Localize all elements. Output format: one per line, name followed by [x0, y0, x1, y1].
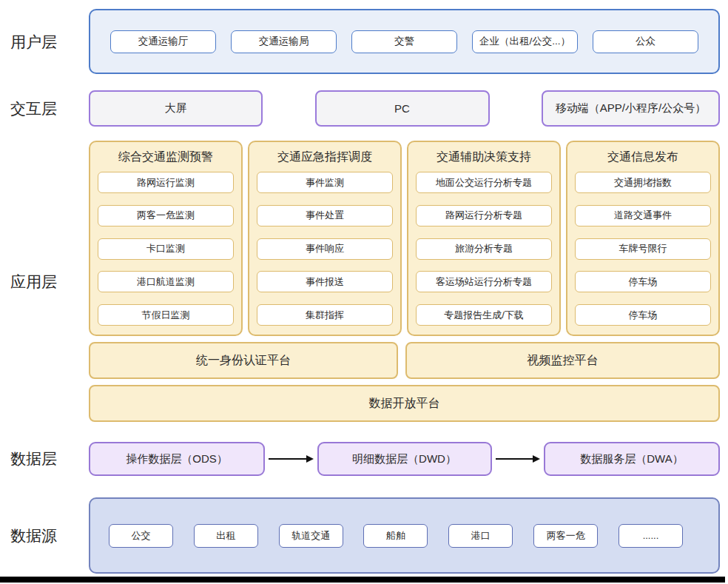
- app-item: 事件监测: [257, 172, 393, 193]
- column-items: 地面公交运行分析专题 路网运行分析专题 旅游分析专题 客运场站运行分析专题 专题…: [416, 172, 552, 326]
- source-box-port: 港口: [448, 524, 513, 548]
- layer-label-source: 数据源: [10, 526, 84, 545]
- user-box-public: 公众: [593, 30, 698, 53]
- source-box-bus: 公交: [109, 524, 173, 548]
- data-box-dwd: 明细数据层（DWD）: [317, 442, 492, 476]
- source-box-rail: 轨道交通: [279, 524, 343, 548]
- data-source-container: 公交 出租 轨道交通 船舶 港口 两客一危 ......: [89, 497, 720, 574]
- app-item: 客运场站运行分析专题: [416, 271, 552, 292]
- app-item: 专题报告生成/下载: [416, 304, 552, 326]
- app-column-emergency: 交通应急指挥调度 事件监测 事件处置 事件响应 事件报送 集群指挥: [248, 141, 402, 336]
- layer-label-data: 数据层: [10, 449, 84, 468]
- app-item: 卡口监测: [98, 238, 234, 260]
- app-column-decision-support: 交通辅助决策支持 地面公交运行分析专题 路网运行分析专题 旅游分析专题 客运场站…: [407, 141, 561, 336]
- arrow-right-icon: [496, 455, 541, 463]
- bottom-border-line: [0, 577, 725, 583]
- interact-box-pc: PC: [315, 90, 490, 127]
- app-item: 停车场: [575, 304, 711, 326]
- user-box-transport-department: 交通运输厅: [110, 30, 216, 53]
- app-item: 事件报送: [257, 271, 393, 292]
- layer-label-user: 用户层: [10, 33, 84, 51]
- data-open-platform-bar: 数据开放平台: [89, 385, 720, 422]
- data-box-ods: 操作数据层（ODS）: [89, 442, 265, 476]
- user-layer-container: 交通运输厅 交通运输局 交警 企业（出租/公交...） 公众: [89, 9, 720, 74]
- source-box-taxi: 出租: [194, 524, 258, 548]
- identity-platform-bar: 统一身份认证平台: [89, 342, 398, 379]
- application-columns: 综合交通监测预警 路网运行监测 两客一危监测 卡口监测 港口航道监测 节假日监测…: [89, 141, 720, 336]
- app-item: 事件响应: [257, 238, 393, 260]
- interact-box-mobile: 移动端（APP/小程序/公众号）: [542, 90, 720, 127]
- source-box-two-pax: 两客一危: [533, 524, 598, 548]
- app-item: 事件处置: [257, 205, 393, 226]
- column-items: 路网运行监测 两客一危监测 卡口监测 港口航道监测 节假日监测: [98, 172, 234, 326]
- user-box-enterprise: 企业（出租/公交...）: [472, 30, 578, 53]
- data-box-dwa: 数据服务层（DWA）: [544, 442, 720, 476]
- column-items: 事件监测 事件处置 事件响应 事件报送 集群指挥: [257, 172, 393, 326]
- app-column-info-release: 交通信息发布 交通拥堵指数 道路交通事件 车牌号限行 停车场 停车场: [566, 141, 720, 336]
- app-item: 节假日监测: [98, 304, 234, 326]
- app-item: 港口航道监测: [98, 271, 234, 292]
- app-item: 道路交通事件: [575, 205, 711, 226]
- column-title: 交通应急指挥调度: [257, 149, 393, 165]
- column-title: 交通信息发布: [575, 149, 711, 165]
- app-item: 地面公交运行分析专题: [416, 172, 552, 193]
- column-items: 交通拥堵指数 道路交通事件 车牌号限行 停车场 停车场: [575, 172, 711, 326]
- column-title: 综合交通监测预警: [98, 149, 234, 165]
- app-column-monitoring: 综合交通监测预警 路网运行监测 两客一危监测 卡口监测 港口航道监测 节假日监测: [89, 141, 243, 336]
- column-title: 交通辅助决策支持: [416, 149, 552, 165]
- user-box-traffic-police: 交警: [351, 30, 457, 53]
- data-layer-row: 操作数据层（ODS） 明细数据层（DWD） 数据服务层（DWA）: [89, 442, 720, 476]
- layer-label-interaction: 交互层: [10, 99, 84, 118]
- app-item: 交通拥堵指数: [575, 172, 711, 193]
- arrow-right-icon: [269, 455, 314, 463]
- layer-label-application: 应用层: [10, 272, 84, 291]
- app-item: 两客一危监测: [98, 205, 234, 226]
- app-item: 旅游分析专题: [416, 238, 552, 260]
- source-box-ship: 船舶: [363, 524, 428, 548]
- source-box-ellipsis: ......: [619, 524, 683, 548]
- user-box-transport-bureau: 交通运输局: [231, 30, 337, 53]
- interaction-layer-row: 大屏 PC 移动端（APP/小程序/公众号）: [89, 90, 720, 127]
- architecture-diagram: 用户层 交互层 应用层 数据层 数据源 交通运输厅 交通运输局 交警 企业（出租…: [0, 0, 728, 584]
- platform-row: 统一身份认证平台 视频监控平台: [89, 342, 720, 379]
- interact-box-big-screen: 大屏: [89, 90, 263, 127]
- app-item: 集群指挥: [257, 304, 393, 326]
- app-item: 停车场: [575, 271, 711, 292]
- app-item: 路网运行分析专题: [416, 205, 552, 226]
- app-item: 车牌号限行: [575, 238, 711, 260]
- app-item: 路网运行监测: [98, 172, 234, 193]
- video-platform-bar: 视频监控平台: [405, 342, 720, 379]
